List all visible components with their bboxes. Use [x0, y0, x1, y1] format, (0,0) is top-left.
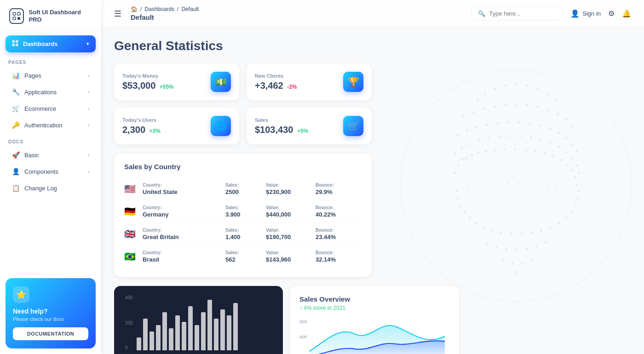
svg-rect-5 — [16, 40, 18, 43]
stat-card-sales: Sales $103,430 +5% 🛒 — [247, 108, 372, 144]
sales-overview-title: Sales Overview — [299, 295, 450, 303]
help-card: ⭐ Need help? Please check our docs DOCUM… — [6, 278, 96, 348]
svg-point-27 — [483, 108, 485, 110]
line-chart-svg: 500 400 — [299, 316, 450, 354]
sign-in-button[interactable]: 👤 Sign in — [570, 9, 601, 18]
logo-text: Soft UI Dashboard PRO — [29, 9, 92, 23]
bounce-us: 29.9% — [316, 188, 362, 195]
svg-point-94 — [500, 232, 502, 234]
search-input[interactable] — [489, 10, 556, 17]
bar — [227, 315, 231, 350]
sidebar-item-ecommerce[interactable]: 🛒 Ecommerce › — [6, 101, 96, 116]
applications-label: Applications — [24, 89, 57, 96]
svg-point-47 — [558, 132, 560, 134]
sidebar-item-changelog[interactable]: 📋 Change Log — [6, 180, 96, 196]
svg-point-78 — [534, 150, 536, 152]
svg-point-57 — [509, 135, 511, 137]
svg-point-72 — [477, 152, 479, 154]
svg-point-123 — [518, 183, 519, 184]
bar — [182, 322, 186, 350]
users-change: +3% — [150, 128, 161, 134]
bar — [143, 319, 148, 350]
value-de: $440,000 — [266, 211, 312, 218]
stats-grid: Today's Money $53,000 +55% 💵 New Clients… — [114, 63, 372, 144]
y-label-0: 0 — [125, 345, 133, 350]
svg-point-82 — [566, 164, 568, 166]
svg-point-81 — [559, 159, 562, 161]
dashboards-label: Dashboards — [23, 40, 58, 47]
svg-point-102 — [570, 211, 573, 213]
bar — [195, 325, 199, 350]
table-row: 🇩🇪 Country: Germany Sales: 3.900 Value: … — [124, 200, 362, 223]
y-label-400: 400 — [125, 295, 133, 300]
flag-us: 🇺🇸 — [124, 183, 139, 194]
menu-toggle[interactable]: ☰ — [114, 9, 121, 19]
svg-rect-1 — [17, 12, 20, 15]
svg-rect-0 — [13, 12, 16, 15]
svg-point-31 — [526, 103, 528, 106]
breadcrumb-default: Default — [181, 6, 199, 12]
home-icon: 🏠 — [131, 6, 138, 12]
svg-point-80 — [552, 155, 554, 158]
sales-br: 562 — [225, 256, 262, 263]
ecommerce-label: Ecommerce — [24, 105, 56, 112]
bar-chart-card: 400 200 0 — [114, 286, 283, 354]
svg-point-125 — [538, 184, 539, 186]
svg-point-76 — [514, 148, 516, 151]
applications-icon: 🔧 — [12, 88, 20, 96]
sidebar-item-pages[interactable]: 📊 Pages › — [6, 68, 96, 83]
auth-icon: 🔑 — [12, 121, 20, 129]
settings-button[interactable]: ⚙ — [608, 9, 615, 18]
svg-point-36 — [572, 125, 574, 127]
svg-point-130 — [400, 70, 632, 301]
changelog-icon: 📋 — [12, 184, 20, 192]
svg-point-120 — [487, 183, 488, 185]
bar — [207, 300, 212, 350]
breadcrumb: 🏠 / Dashboards / Default Default — [131, 6, 199, 21]
svg-point-124 — [528, 183, 529, 185]
svg-point-118 — [467, 185, 469, 186]
svg-point-62 — [558, 146, 560, 148]
header-right: 🔍 👤 Sign in ⚙ 🔔 — [471, 6, 631, 21]
globe-decoration: // This won't run in SVG context, use st… — [383, 52, 644, 319]
table-row: 🇬🇧 Country: Great Britain Sales: 1.400 V… — [124, 223, 362, 246]
stat-card-money: Today's Money $53,000 +55% 💵 — [114, 63, 239, 100]
breadcrumb-sep1: / — [140, 6, 142, 12]
col-country-header: Country: — [143, 183, 222, 188]
svg-point-86 — [455, 190, 458, 192]
sidebar-item-authentication[interactable]: 🔑 Authentication › — [6, 117, 96, 133]
svg-point-99 — [549, 226, 552, 228]
documentation-button[interactable]: DOCUMENTATION — [13, 327, 88, 340]
search-box[interactable]: 🔍 — [471, 6, 563, 21]
dashboards-arrow: ▾ — [86, 41, 89, 47]
svg-point-34 — [557, 113, 559, 115]
sidebar-item-applications[interactable]: 🔧 Applications › — [6, 84, 96, 100]
svg-text:500: 500 — [299, 319, 307, 324]
svg-point-49 — [572, 143, 574, 146]
svg-point-60 — [540, 138, 542, 141]
user-icon: 👤 — [570, 9, 580, 18]
section-pages: PAGES — [6, 54, 96, 68]
sidebar-item-components[interactable]: 👤 Components › — [6, 164, 96, 179]
svg-point-10 — [402, 154, 631, 217]
value-gb: $190,700 — [266, 234, 312, 240]
header: ☰ 🏠 / Dashboards / Default Default 🔍 👤 S… — [101, 0, 644, 28]
svg-rect-3 — [17, 17, 20, 20]
notifications-button[interactable]: 🔔 — [622, 9, 631, 18]
page-title-breadcrumb: Default — [131, 13, 199, 21]
sidebar-item-basic[interactable]: 🚀 Basic › — [6, 147, 96, 163]
svg-point-71 — [471, 154, 473, 157]
svg-point-22 — [494, 88, 496, 90]
value-br: $143,960 — [266, 256, 312, 263]
sales-overview-trend: ↑ 4% more in 2021 — [299, 305, 450, 311]
svg-point-42 — [507, 121, 510, 124]
bar — [220, 309, 225, 350]
svg-point-115 — [522, 263, 524, 265]
svg-point-91 — [475, 222, 477, 224]
svg-point-111 — [535, 245, 538, 247]
svg-point-87 — [456, 198, 459, 200]
sidebar-item-dashboards[interactable]: Dashboards ▾ — [6, 35, 96, 52]
bar — [137, 337, 141, 350]
components-label: Components — [24, 168, 58, 175]
svg-point-65 — [576, 165, 578, 167]
